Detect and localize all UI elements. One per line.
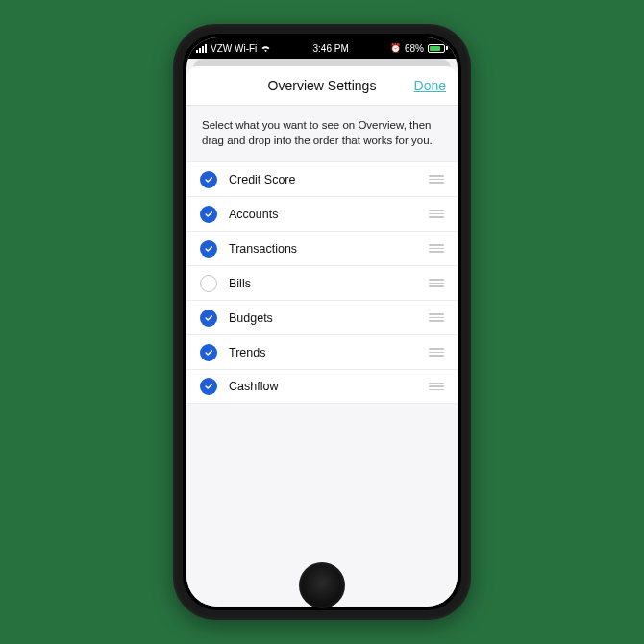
checkbox-icon[interactable]: [200, 344, 217, 361]
checkbox-icon[interactable]: [200, 171, 217, 188]
item-label: Budgets: [229, 311, 429, 325]
status-time: 3:46 PM: [313, 43, 349, 54]
drag-handle-icon[interactable]: [429, 244, 444, 253]
list-item[interactable]: Accounts: [186, 196, 458, 231]
done-button[interactable]: Done: [414, 66, 446, 105]
battery-fill: [430, 46, 440, 51]
list-item[interactable]: Credit Score: [186, 161, 458, 196]
list-item[interactable]: Cashflow: [186, 369, 458, 404]
drag-handle-icon[interactable]: [429, 348, 444, 357]
drag-handle-icon[interactable]: [429, 383, 444, 391]
checkbox-icon[interactable]: [200, 378, 217, 395]
battery-pct: 68%: [405, 43, 424, 54]
checkbox-icon[interactable]: [200, 240, 217, 258]
sheet-title: Overview Settings: [268, 78, 377, 93]
instructions-text: Select what you want to see on Overview,…: [186, 105, 458, 161]
item-label: Trends: [229, 346, 429, 359]
list-item[interactable]: Transactions: [186, 231, 458, 265]
item-label: Transactions: [229, 242, 429, 256]
settings-sheet: Overview Settings Done Select what you w…: [186, 66, 458, 607]
phone-frame: VZW Wi-Fi 3:46 PM ⏰ 68%: [173, 24, 471, 620]
list-item[interactable]: Budgets: [186, 300, 458, 334]
list-item[interactable]: Trends: [186, 334, 458, 369]
battery-icon: [428, 44, 448, 53]
settings-list: Credit ScoreAccountsTransactionsBillsBud…: [186, 161, 458, 404]
item-label: Cashflow: [229, 380, 429, 393]
screen: VZW Wi-Fi 3:46 PM ⏰ 68%: [186, 37, 458, 607]
drag-handle-icon[interactable]: [429, 279, 444, 287]
checkbox-icon[interactable]: [200, 310, 217, 327]
home-button[interactable]: [299, 562, 345, 608]
item-label: Accounts: [229, 208, 429, 221]
status-bar: VZW Wi-Fi 3:46 PM ⏰ 68%: [186, 37, 458, 59]
signal-icon: [196, 44, 207, 53]
checkbox-icon[interactable]: [200, 206, 217, 223]
alarm-icon: ⏰: [390, 43, 401, 53]
list-item[interactable]: Bills: [186, 265, 458, 300]
drag-handle-icon[interactable]: [429, 175, 444, 184]
item-label: Credit Score: [229, 173, 429, 186]
wifi-icon: [260, 44, 271, 52]
drag-handle-icon[interactable]: [429, 313, 444, 322]
carrier-label: VZW Wi-Fi: [211, 43, 257, 54]
status-left: VZW Wi-Fi: [196, 43, 271, 54]
item-label: Bills: [229, 277, 429, 290]
phone-inner: VZW Wi-Fi 3:46 PM ⏰ 68%: [183, 34, 461, 610]
status-right: ⏰ 68%: [390, 43, 448, 54]
checkbox-icon[interactable]: [200, 275, 217, 292]
drag-handle-icon[interactable]: [429, 210, 444, 218]
sheet-header: Overview Settings Done: [186, 66, 458, 105]
